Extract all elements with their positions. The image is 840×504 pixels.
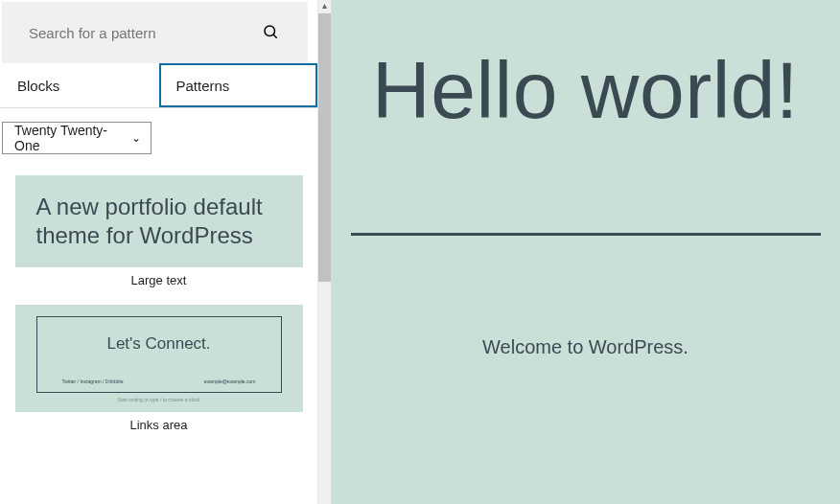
svg-point-0 <box>265 26 275 36</box>
pattern-thumb-meta-right: example@example.com <box>204 378 256 384</box>
pattern-thumb-title: Let's Connect. <box>106 334 210 354</box>
theme-dropdown-label: Twenty Twenty-One <box>14 123 131 153</box>
tab-patterns-label: Patterns <box>176 78 230 94</box>
editor-canvas[interactable]: Hello world! Welcome to WordPress. <box>331 0 840 504</box>
pattern-thumb-footer: Start writing or type / to choose a bloc… <box>36 397 282 402</box>
search-input[interactable] <box>29 25 262 41</box>
chevron-down-icon: ⌄ <box>131 131 141 145</box>
sidebar-scrollbar[interactable]: ▴ <box>317 0 331 504</box>
inserter-sidebar: Blocks Patterns Twenty Twenty-One ⌄ A ne… <box>0 0 317 504</box>
theme-dropdown[interactable]: Twenty Twenty-One ⌄ <box>2 122 152 154</box>
pattern-caption: Large text <box>131 267 187 293</box>
search-icon[interactable] <box>262 23 279 43</box>
pattern-thumb-meta: Twitter / Instagram / Dribbble example@e… <box>58 378 260 384</box>
tab-blocks-label: Blocks <box>17 78 59 94</box>
scroll-thumb[interactable] <box>318 13 331 282</box>
scroll-track[interactable] <box>318 13 331 504</box>
scroll-up-icon[interactable]: ▴ <box>318 0 331 13</box>
pattern-thumbnail: A new portfolio default theme for WordPr… <box>15 175 303 267</box>
pattern-thumbnail: Let's Connect. Twitter / Instagram / Dri… <box>15 305 303 412</box>
tab-blocks[interactable]: Blocks <box>0 63 159 107</box>
inserter-tabs: Blocks Patterns <box>0 63 317 108</box>
pattern-thumb-text: A new portfolio default theme for WordPr… <box>36 193 282 250</box>
pattern-thumb-meta-left: Twitter / Instagram / Dribbble <box>62 378 124 384</box>
pattern-list: A new portfolio default theme for WordPr… <box>0 154 317 438</box>
pattern-search <box>2 2 308 63</box>
post-title[interactable]: Hello world! <box>372 48 799 132</box>
separator-block[interactable] <box>351 233 821 236</box>
pattern-caption: Links area <box>130 412 188 438</box>
paragraph-block[interactable]: Welcome to WordPress. <box>482 336 688 358</box>
tab-patterns[interactable]: Patterns <box>159 63 318 107</box>
pattern-card-large-text[interactable]: A new portfolio default theme for WordPr… <box>12 175 306 293</box>
pattern-card-links-area[interactable]: Let's Connect. Twitter / Instagram / Dri… <box>12 305 306 438</box>
svg-line-1 <box>273 34 277 38</box>
pattern-thumb-framed: Let's Connect. Twitter / Instagram / Dri… <box>36 316 282 393</box>
